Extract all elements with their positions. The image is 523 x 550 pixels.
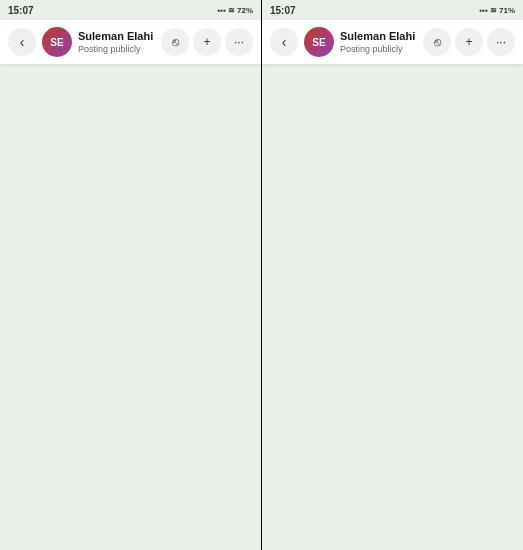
more-icon-left: ··· [234,35,244,49]
wifi-icon: ≋ [228,6,235,15]
user-name-left: Suleman Elahi [78,30,155,43]
user-name-right: Suleman Elahi [340,30,417,43]
user-sub-right: Posting publicly [340,44,417,54]
back-button-left[interactable]: ‹ [8,28,36,56]
add-icon-right: + [465,35,472,49]
more-button-right[interactable]: ··· [487,28,515,56]
right-phone-screen: 15:07 ▪▪▪ ≋ 71% ‹ SE Suleman Elahi Posti… [262,0,523,550]
signal-icon-right: ▪▪▪ [479,6,488,15]
share-button-right[interactable]: ⎋ [423,28,451,56]
back-icon-left: ‹ [20,34,25,50]
share-icon-left: ⎋ [172,35,179,49]
add-icon-left: + [203,35,210,49]
nav-bar-right: ‹ SE Suleman Elahi Posting publicly ⎋ + … [262,20,523,64]
back-icon-right: ‹ [282,34,287,50]
user-info-left: Suleman Elahi Posting publicly [78,30,155,53]
add-button-right[interactable]: + [455,28,483,56]
wifi-icon-right: ≋ [490,6,497,15]
signal-icon: ▪▪▪ [217,6,226,15]
battery-right: 71% [499,6,515,15]
nav-actions-right: ⎋ + ··· [423,28,515,56]
user-sub-left: Posting publicly [78,44,155,54]
status-icons-right: ▪▪▪ ≋ 71% [479,6,515,15]
share-icon-right: ⎋ [434,35,441,49]
add-button-left[interactable]: + [193,28,221,56]
status-bar-right: 15:07 ▪▪▪ ≋ 71% [262,0,523,20]
more-icon-right: ··· [496,35,506,49]
time-left: 15:07 [8,5,34,16]
share-button-left[interactable]: ⎋ [161,28,189,56]
nav-actions-left: ⎋ + ··· [161,28,253,56]
nav-bar-left: ‹ SE Suleman Elahi Posting publicly ⎋ + … [0,20,261,64]
avatar-right: SE [304,27,334,57]
battery-left: 72% [237,6,253,15]
time-right: 15:07 [270,5,296,16]
status-icons-left: ▪▪▪ ≋ 72% [217,6,253,15]
back-button-right[interactable]: ‹ [270,28,298,56]
status-bar-left: 15:07 ▪▪▪ ≋ 72% [0,0,261,20]
left-phone-screen: 15:07 ▪▪▪ ≋ 72% ‹ SE Suleman Elahi Posti… [0,0,261,550]
user-info-right: Suleman Elahi Posting publicly [340,30,417,53]
avatar-left: SE [42,27,72,57]
more-button-left[interactable]: ··· [225,28,253,56]
